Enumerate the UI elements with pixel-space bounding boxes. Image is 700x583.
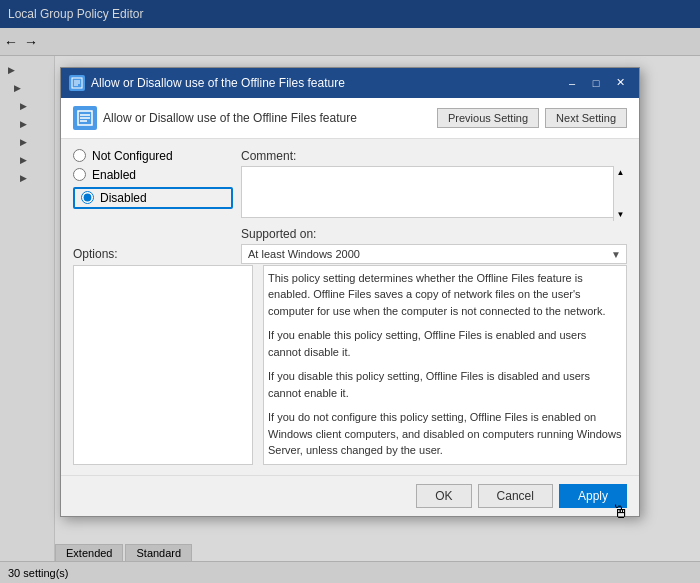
supported-select-wrapper: At least Windows 2000 ▼ [241,244,627,264]
header-buttons: Previous Setting Next Setting [437,108,627,128]
dialog-title-icon [69,75,85,91]
help-para-1: If you enable this policy setting, Offli… [268,327,622,360]
dialog-title-text: Allow or Disallow use of the Offline Fil… [91,76,345,90]
radio-input-disabled[interactable] [81,191,94,204]
maximize-button[interactable]: □ [585,74,607,92]
radio-group: Not Configured Enabled Disabled [73,149,233,209]
options-panel: Options: [73,247,253,465]
dialog-footer: OK Cancel Apply [61,475,639,516]
comment-field: Comment: ▲ ▼ [241,149,627,221]
comment-scroll-wrapper: ▲ ▼ [241,166,627,221]
right-fields: Comment: ▲ ▼ Supported on: [241,149,627,264]
help-text-content: This policy setting determines whether t… [268,270,622,465]
radio-input-enabled[interactable] [73,168,86,181]
dialog-titlebar: Allow or Disallow use of the Offline Fil… [61,68,639,98]
radio-input-not-configured[interactable] [73,149,86,162]
help-para-3: If you do not configure this policy sett… [268,409,622,459]
options-box [73,265,253,465]
policy-dialog: Allow or Disallow use of the Offline Fil… [60,67,640,517]
dialog-title-left: Allow or Disallow use of the Offline Fil… [69,75,345,91]
modal-overlay: Allow or Disallow use of the Offline Fil… [0,0,700,583]
help-para-0: This policy setting determines whether t… [268,270,622,320]
radio-enabled[interactable]: Enabled [73,168,233,182]
close-button[interactable]: ✕ [609,74,631,92]
supported-label: Supported on: [241,227,627,241]
minimize-button[interactable]: – [561,74,583,92]
comment-scrollbar: ▲ ▼ [613,166,627,221]
previous-setting-button[interactable]: Previous Setting [437,108,539,128]
header-icon-svg [77,110,93,126]
dialog-header: Allow or Disallow use of the Offline Fil… [61,98,639,139]
help-para-2: If you disable this policy setting, Offl… [268,368,622,401]
radio-label-enabled: Enabled [92,168,136,182]
cancel-button[interactable]: Cancel [478,484,553,508]
help-panel: Help: This policy setting determines whe… [263,247,627,465]
top-section: Not Configured Enabled Disabled Comment: [73,149,627,239]
apply-button[interactable]: Apply [559,484,627,508]
supported-field: Supported on: At least Windows 2000 ▼ [241,227,627,264]
dialog-body: Not Configured Enabled Disabled Comment: [61,139,639,475]
radio-not-configured[interactable]: Not Configured [73,149,233,163]
help-box: This policy setting determines whether t… [263,265,627,465]
policy-icon [71,77,83,89]
dialog-header-left: Allow or Disallow use of the Offline Fil… [73,106,357,130]
header-policy-icon [73,106,97,130]
radio-label-not-configured: Not Configured [92,149,173,163]
options-label: Options: [73,247,253,261]
comment-textarea[interactable] [241,166,627,218]
options-help-section: Options: Help: This policy setting deter… [73,247,627,465]
dialog-controls: – □ ✕ [561,74,631,92]
supported-dropdown[interactable]: At least Windows 2000 [241,244,627,264]
next-setting-button[interactable]: Next Setting [545,108,627,128]
radio-disabled[interactable]: Disabled [73,187,233,209]
dialog-header-title: Allow or Disallow use of the Offline Fil… [103,111,357,125]
radio-label-disabled: Disabled [100,191,147,205]
comment-label: Comment: [241,149,627,163]
ok-button[interactable]: OK [416,484,471,508]
